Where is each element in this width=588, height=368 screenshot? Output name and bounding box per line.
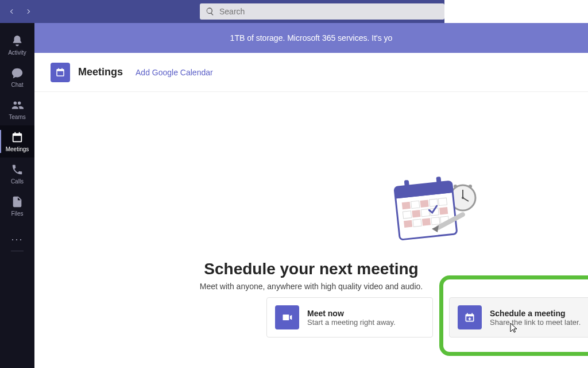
promo-banner: 1TB of storage. Microsoft 365 services. … [34, 23, 588, 53]
svg-rect-13 [412, 210, 420, 217]
chat-icon [11, 67, 24, 79]
page-title: Meetings [78, 66, 123, 78]
bell-icon [11, 34, 24, 47]
search-box[interactable] [200, 3, 444, 20]
rail-files[interactable]: Files [0, 190, 34, 222]
file-icon [11, 195, 24, 208]
card-title: Meet now [307, 309, 396, 318]
rail-activity[interactable]: Activity [0, 29, 34, 61]
rail-label: Files [11, 210, 23, 217]
chevron-left-icon [7, 7, 16, 16]
calendar-illustration [392, 174, 480, 248]
nav-back-button[interactable] [5, 5, 18, 18]
page-header: Meetings Add Google Calendar [34, 53, 588, 92]
svg-rect-15 [404, 220, 412, 228]
rail-separator [11, 251, 24, 251]
rail-calls[interactable]: Calls [0, 158, 34, 190]
phone-icon [11, 163, 24, 176]
calendar-icon [55, 67, 65, 78]
calendar-add-icon [458, 305, 482, 329]
add-google-calendar-link[interactable]: Add Google Calendar [136, 68, 213, 77]
people-icon [11, 99, 24, 112]
rail-meetings[interactable]: Meetings [0, 125, 34, 158]
svg-rect-16 [422, 218, 431, 225]
meetings-app-icon [51, 63, 70, 82]
svg-point-4 [469, 185, 472, 188]
hero-title: Schedule your next meeting [34, 260, 588, 278]
rail-chat[interactable]: Chat [0, 61, 34, 93]
search-icon [206, 7, 215, 16]
nav-forward-button[interactable] [22, 5, 36, 18]
ellipsis-icon: ... [11, 231, 23, 243]
calendar-icon [11, 131, 24, 144]
chevron-right-icon [25, 7, 33, 16]
hero-subtitle: Meet with anyone, anywhere with high qua… [34, 282, 588, 291]
rail-more-button[interactable]: ... [0, 225, 34, 248]
video-icon [275, 305, 299, 329]
rail-label: Activity [8, 49, 26, 56]
card-subtitle: Start a meeting right away. [307, 318, 396, 327]
rail-label: Teams [9, 114, 25, 120]
svg-point-5 [454, 185, 457, 188]
titlebar [0, 0, 588, 23]
search-input[interactable] [219, 7, 439, 16]
svg-rect-14 [439, 207, 448, 214]
app-rail: Activity Chat Teams Meetings Calls Files… [0, 23, 34, 368]
schedule-meeting-card[interactable]: Schedule a meeting Share the link to mee… [449, 297, 588, 338]
banner-text: 1TB of storage. Microsoft 365 services. … [230, 33, 393, 43]
svg-rect-12 [420, 200, 429, 208]
svg-rect-11 [402, 202, 411, 209]
card-subtitle: Share the link to meet later. [490, 318, 581, 327]
rail-label: Meetings [6, 146, 29, 152]
content-area: Schedule your next meeting Meet with any… [34, 92, 588, 368]
titlebar-right-mask [444, 0, 588, 23]
nav-arrows [5, 5, 36, 18]
meet-now-card[interactable]: Meet now Start a meeting right away. [266, 297, 433, 338]
rail-label: Chat [11, 82, 23, 88]
rail-teams[interactable]: Teams [0, 93, 34, 125]
card-title: Schedule a meeting [490, 309, 581, 318]
rail-label: Calls [11, 178, 24, 185]
main-area: 1TB of storage. Microsoft 365 services. … [34, 23, 588, 368]
